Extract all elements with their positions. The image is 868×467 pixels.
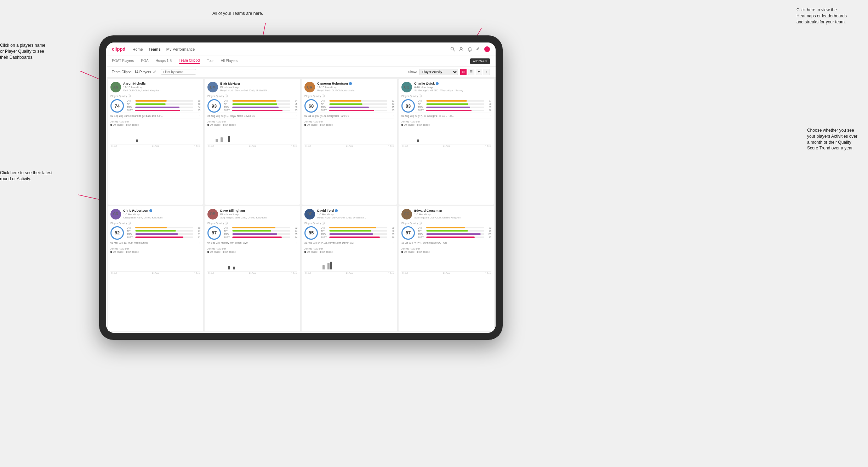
player-card[interactable]: BM Blair McHarg Plus Handicap Royal Nort…	[205, 79, 300, 205]
settings-icon[interactable]	[476, 47, 481, 52]
player-club: Royal North Devon Golf Club, United Ki..…	[317, 216, 394, 219]
chart-dates: 31 Jul 21 Aug 4 Sep	[401, 144, 491, 147]
chart-area	[207, 127, 297, 144]
bar-label: OTT	[321, 227, 328, 229]
bar-value: 86	[486, 109, 491, 112]
nav-performance[interactable]: My Performance	[166, 47, 195, 51]
player-name[interactable]: David Ford	[317, 209, 394, 212]
player-name[interactable]: Chris Robertson	[123, 209, 200, 212]
bar-value: 83	[486, 106, 491, 108]
score-circle[interactable]: 82	[110, 226, 124, 240]
bar-value: 85	[292, 103, 297, 105]
bar-value: 61	[389, 99, 394, 102]
player-name[interactable]: Dave Billingham	[220, 209, 297, 212]
chart-bars	[207, 127, 297, 142]
verified-badge	[335, 209, 338, 212]
player-name[interactable]: Charlie Quick	[414, 82, 491, 85]
annotation-activities: Choose whether you seeyour players Activ…	[807, 127, 857, 151]
bar-label: PUTT	[418, 236, 425, 239]
latest-round[interactable]: 04 Sep 23 | Mobility with coach, Gym →	[207, 240, 297, 246]
quality-section: 82 OTT 60 APP 77 ARG 81 PUTT	[110, 226, 200, 240]
nav-home[interactable]: Home	[132, 47, 143, 51]
legend-off-course: Off course	[126, 124, 139, 126]
activity-section: Activity · 1 Month On course Off course …	[110, 120, 200, 202]
player-card[interactable]: DB Dave Billingham Plus Handicap Sog Mag…	[205, 206, 300, 332]
filter-input[interactable]	[161, 69, 196, 75]
player-name[interactable]: Blair McHarg	[220, 82, 297, 85]
score-circle[interactable]: 83	[401, 99, 415, 113]
score-circle[interactable]: 87	[401, 226, 415, 240]
player-card[interactable]: EC Edward Crossman 1-5 Handicap Sunningd…	[399, 206, 494, 332]
activity-section: Activity · 1 Month On course Off course …	[207, 247, 297, 329]
score-circle[interactable]: 87	[207, 226, 221, 240]
filter-view-button[interactable]: ▼	[476, 69, 482, 75]
list-view-button[interactable]: ☰	[468, 69, 474, 75]
player-card[interactable]: CR Chris Robertson 1-5 Handicap Craigmil…	[108, 206, 203, 332]
player-card[interactable]: DF David Ford 1-5 Handicap Royal North D…	[302, 206, 397, 332]
activity-label: Activity · 1 Month	[304, 120, 394, 123]
subnav-hcaps[interactable]: Hcaps 1-5	[156, 59, 172, 63]
grid-view-button[interactable]: ⊞	[460, 69, 467, 75]
quality-section: 93 OTT 84 APP 85 ARG 88 PUTT	[207, 99, 297, 113]
latest-round[interactable]: 26 Aug 23 | 73 (+1), Royal North Devon G…	[207, 113, 297, 119]
subnav-tour[interactable]: Tour	[207, 59, 213, 63]
player-card[interactable]: AN Aaron Nicholls 11-15 Handicap Drift G…	[108, 79, 203, 205]
verified-badge	[436, 82, 439, 85]
activity-section: Activity · 1 Month On course Off course …	[401, 120, 491, 202]
bar-label: ARG	[127, 233, 134, 235]
legend-on-course: On course	[401, 251, 415, 253]
bar-label: OTT	[127, 227, 134, 229]
bar-value: 74	[292, 230, 297, 232]
player-name[interactable]: Cameron Robertson	[317, 82, 394, 85]
score-circle[interactable]: 68	[304, 99, 318, 113]
latest-round[interactable]: 18 Jul 23 | 74 (+4), Sunningdale GC - Ol…	[401, 240, 491, 246]
nav-logo: clippd	[112, 46, 125, 52]
score-circle[interactable]: 93	[207, 99, 221, 113]
subnav-teamclippd[interactable]: Team Clippd	[179, 58, 200, 64]
chart-dates: 31 Jul 21 Aug 4 Sep	[401, 272, 491, 274]
score-bars: OTT 60 APP 77 ARG 81 PUTT 9	[127, 227, 200, 239]
latest-round[interactable]: 02 Sep 23 | Sunset round to get back int…	[110, 113, 200, 119]
legend-on-course: On course	[304, 251, 318, 253]
bar-label: ARG	[321, 233, 328, 235]
bar-label: OTT	[224, 99, 231, 102]
quality-label: Player Quality ⓘ	[401, 95, 491, 98]
player-handicap: 11-15 Handicap	[123, 86, 200, 89]
quality-label: Player Quality ⓘ	[304, 222, 394, 225]
subnav-allplayers[interactable]: All Players	[221, 59, 238, 63]
player-card[interactable]: CR Cameron Robertson 11-15 Handicap Roya…	[302, 79, 397, 205]
edit-icon[interactable]	[153, 70, 156, 74]
latest-round[interactable]: 26 Aug 23 | 84 (+12), Royal North Devon …	[304, 240, 394, 246]
player-card[interactable]: CQ Charlie Quick 6-10 Handicap St. Georg…	[399, 79, 494, 205]
score-bars: OTT 89 APP 80 ARG 83 PUTT 9	[321, 227, 394, 239]
nav-teams[interactable]: Teams	[149, 47, 161, 51]
legend-off-course: Off course	[223, 251, 236, 253]
chart-area	[401, 254, 491, 272]
latest-round[interactable]: 05 Mar 23 | 19, Must make putting →	[110, 240, 200, 246]
latest-round[interactable]: 02 Jul 23 | 59 (+17), Craigmillar Park G…	[304, 113, 394, 119]
subnav-pgat[interactable]: PGAT Players	[112, 59, 134, 63]
bar-label: APP	[418, 230, 425, 232]
latest-round[interactable]: 07 Aug 23 | 77 (+7), St George's Hill GC…	[401, 113, 491, 119]
player-club: Royal Perth Golf Club, Australia	[317, 89, 394, 92]
bar-label: APP	[321, 103, 328, 105]
add-team-button[interactable]: Add Team	[470, 58, 490, 64]
bell-icon[interactable]	[467, 47, 472, 52]
player-name[interactable]: Aaron Nicholls	[123, 82, 200, 85]
score-bars: OTT 73 APP 79 ARG 103 PUTT	[418, 227, 491, 239]
player-name[interactable]: Edward Crossman	[414, 209, 491, 212]
user-avatar[interactable]	[484, 46, 490, 52]
score-circle[interactable]: 74	[110, 99, 124, 113]
legend-off-course: Off course	[417, 124, 430, 126]
search-icon[interactable]	[450, 47, 455, 52]
show-label: Show:	[408, 70, 417, 74]
legend-on-course: On course	[207, 124, 221, 126]
show-select[interactable]: Player Activity Quality Score Trend	[419, 69, 458, 75]
chart-bars	[401, 254, 491, 269]
bar-label: ARG	[224, 106, 231, 108]
sort-view-button[interactable]: ↕	[484, 69, 490, 75]
subnav-pga[interactable]: PGA	[141, 59, 148, 63]
score-circle[interactable]: 85	[304, 226, 318, 240]
legend-on-course: On course	[110, 251, 124, 253]
user-icon[interactable]	[459, 47, 464, 52]
